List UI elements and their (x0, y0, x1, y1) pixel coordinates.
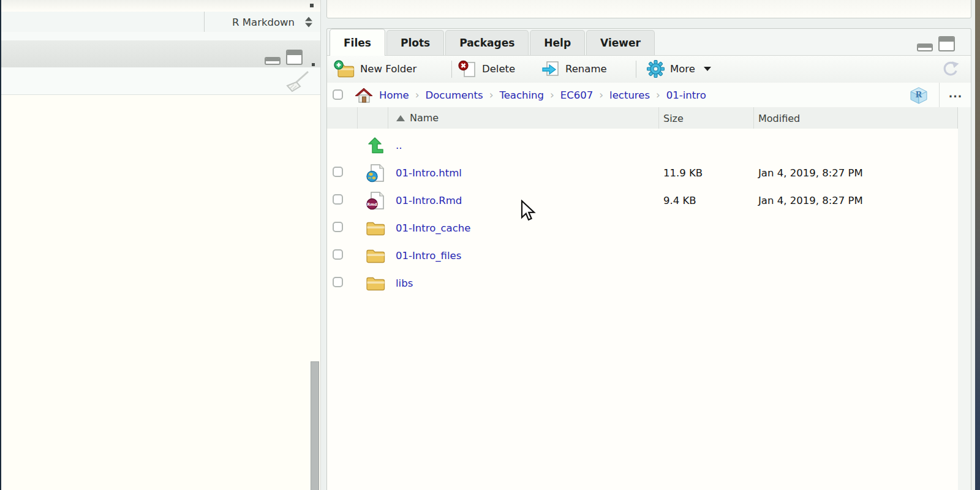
breadcrumb-item-ec607[interactable]: EC607 (560, 89, 593, 101)
editor-doctype-bar: R Markdown (1, 12, 320, 32)
tab-help[interactable]: Help (530, 30, 585, 55)
column-header-modified[interactable]: Modified (758, 112, 800, 124)
column-divider (357, 107, 358, 129)
breadcrumb-separator: › (656, 89, 660, 101)
tab-files[interactable]: Files (330, 29, 385, 56)
left-pane: R Markdown (1, 0, 321, 490)
gear-icon (647, 60, 665, 78)
column-divider (388, 107, 388, 129)
column-header-size[interactable]: Size (663, 112, 684, 124)
breadcrumb-item-home[interactable]: Home (379, 89, 409, 101)
file-row[interactable]: 01-Intro_cache (327, 214, 958, 241)
toolbar-separator (636, 61, 636, 78)
rename-icon (541, 60, 560, 78)
file-checkbox[interactable] (333, 194, 343, 205)
file-row[interactable]: libs (327, 269, 958, 296)
column-divider (753, 107, 754, 129)
file-name-link[interactable]: 01-Intro.html (396, 167, 462, 178)
more-button[interactable]: More (647, 56, 711, 82)
file-table-header: Name Size Modified (327, 107, 958, 129)
file-checkbox[interactable] (333, 277, 343, 287)
tab-viewer[interactable]: Viewer (586, 30, 655, 55)
file-checkbox[interactable] (333, 167, 343, 177)
breadcrumb: Home›Documents›Teaching›EC607›lectures›0… (379, 83, 706, 107)
console-pane-header (1, 40, 320, 68)
rstudio-window: R Markdown Fi (0, 0, 980, 490)
new-folder-icon (334, 60, 355, 78)
breadcrumb-item-lectures[interactable]: lectures (609, 89, 650, 101)
breadcrumb-separator: › (489, 89, 494, 101)
breadcrumb-row: Home›Documents›Teaching›EC607›lectures›0… (327, 83, 971, 108)
select-all-checkbox[interactable] (333, 89, 343, 100)
file-size: 9.4 KB (663, 194, 696, 206)
minimize-pane-icon[interactable] (265, 57, 281, 65)
scroll-arrow-mark (312, 63, 315, 66)
toolbar-separator (451, 61, 452, 78)
column-header-name[interactable]: Name (396, 107, 439, 129)
up-directory-icon (367, 137, 384, 154)
files-toolbar: New Folder Delete Rename (327, 56, 971, 83)
tab-packages[interactable]: Packages (445, 30, 529, 55)
chevron-down-icon (704, 67, 711, 71)
files-scrollbar-gutter[interactable] (957, 107, 971, 490)
breadcrumb-separator: › (599, 89, 603, 101)
folder-icon (366, 275, 385, 292)
file-name-link[interactable]: 01-Intro_files (396, 249, 461, 261)
sort-ascending-icon (396, 115, 405, 121)
folder-icon (366, 220, 385, 236)
home-icon[interactable] (355, 88, 372, 104)
file-row[interactable]: 01-Intro_files (327, 241, 958, 269)
doc-type-spinner-icon[interactable] (305, 17, 312, 27)
clear-console-broom-icon[interactable] (282, 70, 309, 92)
new-folder-button[interactable]: New Folder (334, 56, 417, 82)
file-size: 11.9 KB (663, 167, 703, 178)
file-checkbox[interactable] (333, 249, 343, 260)
breadcrumb-overflow-button[interactable]: ... (941, 88, 970, 100)
breadcrumb-item-01-intro[interactable]: 01-intro (666, 89, 706, 101)
svg-text:Rmd: Rmd (367, 202, 377, 206)
desktop-edge (975, 0, 980, 490)
rename-button[interactable]: Rename (541, 56, 607, 82)
editor-status-strip (1, 0, 320, 12)
mouse-cursor (521, 200, 537, 224)
breadcrumb-separator: › (550, 89, 554, 101)
console-toolbar (1, 67, 320, 95)
rmd-file-icon: Rmd (366, 191, 385, 210)
folder-icon (366, 247, 385, 264)
console-output-area[interactable] (1, 95, 320, 490)
file-name-link[interactable]: 01-Intro.Rmd (396, 194, 462, 206)
file-list: .. 01-Intro.html 11.9 KB Jan 4, 2019, 8:… (327, 129, 958, 490)
console-scrollbar-thumb[interactable] (311, 361, 319, 490)
file-name-link[interactable]: libs (396, 277, 413, 288)
doc-type-button[interactable]: R Markdown (232, 16, 295, 28)
environment-pane-bottom (326, 0, 971, 18)
files-pane-tabs: Files Plots Packages Help Viewer (327, 29, 971, 56)
r-project-icon[interactable]: R (909, 86, 929, 105)
maximize-pane-icon[interactable] (938, 36, 955, 51)
tab-plots[interactable]: Plots (386, 30, 444, 55)
statusbar-divider (204, 12, 205, 32)
scroll-arrow-mark (310, 4, 314, 7)
breadcrumb-item-teaching[interactable]: Teaching (499, 89, 544, 101)
file-name-link[interactable]: .. (396, 139, 402, 151)
html-file-icon (366, 164, 385, 183)
file-modified: Jan 4, 2019, 8:27 PM (758, 194, 863, 206)
file-modified: Jan 4, 2019, 8:27 PM (758, 167, 863, 178)
svg-text:R: R (916, 90, 922, 99)
breadcrumb-separator: › (415, 89, 420, 101)
file-row[interactable]: Rmd 01-Intro.Rmd 9.4 KB Jan 4, 2019, 8:2… (327, 186, 958, 214)
column-divider (658, 107, 659, 129)
file-name-link[interactable]: 01-Intro_cache (396, 222, 470, 233)
files-pane: Files Plots Packages Help Viewer New Fol… (326, 28, 971, 490)
maximize-pane-icon[interactable] (286, 50, 303, 65)
file-row[interactable]: 01-Intro.html 11.9 KB Jan 4, 2019, 8:27 … (327, 159, 958, 186)
breadcrumb-item-documents[interactable]: Documents (426, 89, 483, 101)
minimize-pane-icon[interactable] (917, 43, 933, 51)
delete-button[interactable]: Delete (458, 56, 515, 82)
refresh-icon[interactable] (941, 60, 960, 78)
breadcrumb-divider (939, 83, 940, 107)
file-checkbox[interactable] (333, 222, 343, 232)
pane-gap (1, 32, 320, 40)
delete-icon (458, 60, 477, 78)
file-row[interactable]: .. (327, 131, 958, 159)
